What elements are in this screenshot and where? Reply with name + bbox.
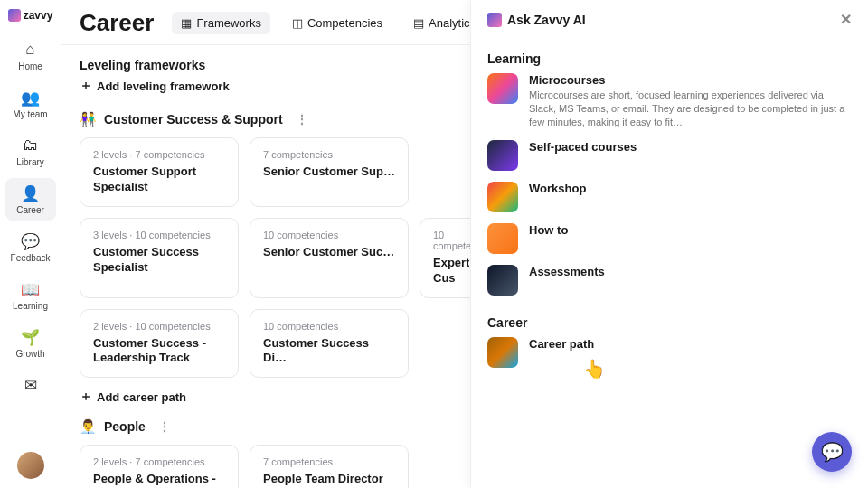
nav-learning[interactable]: 📖 Learning [5, 274, 56, 316]
thumbnail-icon [487, 265, 518, 296]
user-avatar[interactable] [17, 452, 44, 479]
nav-career[interactable]: 👤 Career [5, 178, 56, 221]
thumbnail-icon [487, 337, 518, 368]
framework-card[interactable]: 7 competencies People Team Director [250, 445, 409, 488]
competencies-icon: ◫ [292, 16, 303, 30]
plus-icon: ＋ [80, 389, 92, 405]
group-menu-icon[interactable]: ⋮ [290, 110, 314, 128]
nav-library[interactable]: 🗂 Library [5, 130, 56, 173]
sidebar: zavvy ⌂ Home 👥 My team 🗂 Library 👤 Caree… [0, 0, 61, 488]
group-emoji-icon: 👫 [80, 111, 97, 127]
tab-frameworks[interactable]: ▦ Frameworks [172, 12, 270, 34]
nav-growth[interactable]: 🌱 Growth [5, 322, 56, 364]
brand-name: zavvy [24, 9, 53, 22]
career-icon: 👤 [21, 183, 41, 203]
ai-section-career: Career [487, 315, 852, 330]
ai-item-workshop[interactable]: Workshop [487, 182, 852, 212]
ai-item-self-paced[interactable]: Self-paced courses [487, 140, 852, 171]
thumbnail-icon [487, 73, 518, 104]
chat-icon: 💬 [821, 441, 844, 463]
group-emoji-icon: 👨‍💼 [80, 418, 97, 435]
thumbnail-icon [487, 223, 518, 254]
nav-home[interactable]: ⌂ Home [5, 34, 56, 77]
group-name: People [104, 419, 146, 434]
thumbnail-icon [487, 140, 518, 171]
framework-card[interactable]: 7 competencies Senior Customer Sup… [250, 137, 409, 207]
framework-card[interactable]: 2 levels · 7 competencies People & Opera… [80, 445, 239, 488]
framework-card[interactable]: 10 competencies Senior Customer Suc… [250, 218, 409, 298]
close-icon[interactable]: ✕ [840, 11, 852, 28]
brand-logo[interactable]: zavvy [8, 9, 53, 22]
analytics-icon: ▤ [413, 16, 424, 30]
thumbnail-icon [487, 182, 518, 212]
nav-messages[interactable]: ✉ [5, 370, 56, 400]
ai-sparkle-icon [487, 13, 502, 27]
frameworks-icon: ▦ [181, 16, 192, 30]
home-icon: ⌂ [21, 40, 41, 60]
team-icon: 👥 [21, 88, 41, 108]
ai-item-career-path[interactable]: Career path [487, 337, 852, 368]
framework-card[interactable]: 2 levels · 10 competencies Customer Succ… [80, 309, 239, 379]
framework-card[interactable]: 2 levels · 7 competencies Customer Suppo… [80, 137, 239, 207]
group-menu-icon[interactable]: ⋮ [153, 418, 176, 436]
plus-icon: ＋ [80, 78, 92, 94]
feedback-icon: 💬 [21, 231, 41, 251]
logo-mark-icon [8, 9, 21, 22]
framework-card[interactable]: 3 levels · 10 competencies Customer Succ… [80, 218, 239, 298]
ai-panel-header: Ask Zavvy AI ✕ [487, 11, 852, 28]
nav-my-team[interactable]: 👥 My team [5, 82, 56, 125]
ai-item-howto[interactable]: How to [487, 223, 852, 254]
ai-item-microcourses[interactable]: Microcourses Microcourses are short, foc… [487, 73, 852, 129]
chat-fab[interactable]: 💬 [812, 432, 852, 472]
learning-icon: 📖 [21, 279, 41, 299]
ai-panel-title: Ask Zavvy AI [507, 13, 586, 27]
ai-item-assessments[interactable]: Assessments [487, 265, 852, 296]
nav-feedback[interactable]: 💬 Feedback [5, 226, 56, 268]
ai-panel: Ask Zavvy AI ✕ Learning Microcourses Mic… [470, 0, 868, 488]
inbox-icon: ✉ [21, 375, 41, 395]
growth-icon: 🌱 [21, 327, 41, 347]
ai-section-learning: Learning [487, 52, 852, 66]
page-title: Career [80, 9, 154, 37]
framework-card[interactable]: 10 competencies Customer Success Di… [250, 309, 409, 379]
group-name: Customer Success & Support [104, 112, 283, 127]
library-icon: 🗂 [21, 136, 41, 155]
tab-competencies[interactable]: ◫ Competencies [283, 12, 392, 34]
